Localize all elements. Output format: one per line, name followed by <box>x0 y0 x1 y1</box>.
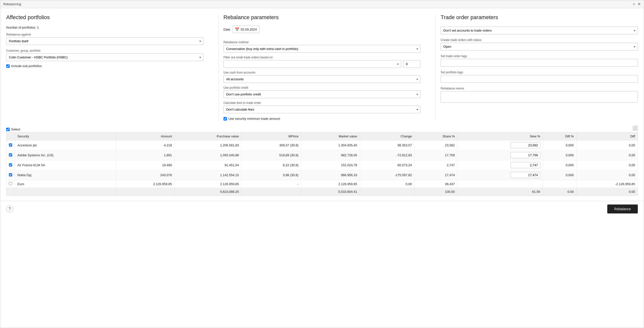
table-row: Air France-KLM SA 18.490 91.451,54 8,22 … <box>6 160 638 170</box>
row-change-0: 98.353,57 <box>360 140 414 150</box>
customer-group-label: Customer, group, portfolio <box>6 49 204 52</box>
row-checkbox-cell[interactable] <box>6 170 15 180</box>
row-checkbox-0[interactable] <box>9 143 12 147</box>
row-change-3: -175.597,82 <box>360 170 414 180</box>
row-security-0: Accenture plc <box>15 140 116 150</box>
row-checkbox-cell[interactable] <box>6 160 15 170</box>
row-amount-3: 243.076 <box>116 170 175 180</box>
row-diff-pct-0: 0,000 <box>543 140 576 150</box>
rebalance-button[interactable]: Rebalance <box>607 205 638 213</box>
table-header-bar: Select ⬜ <box>6 124 638 131</box>
select-all-label: Select <box>11 127 20 131</box>
close-button[interactable]: ✕ <box>638 2 641 7</box>
row-purchase-value-0: 1.206.581,83 <box>175 140 242 150</box>
date-field-row: Date 📅 02.09.2024 <box>224 26 421 33</box>
row-change-1: -72.812,83 <box>360 150 414 160</box>
row-checkbox-cell[interactable] <box>6 150 15 160</box>
row-market-value-3: 966.956,33 <box>301 170 360 180</box>
row-share-pct-0: 23,582 <box>414 140 458 150</box>
row-checkbox-cell[interactable] <box>6 140 15 150</box>
footer-amount-cell <box>116 188 175 196</box>
row-new-pct-cell-4[interactable] <box>458 180 543 188</box>
col-amount-header: Amount <box>116 132 175 140</box>
use-cash-wrapper: All accounts ▾ <box>224 75 421 83</box>
main-content: Affected portfolios Number of portfolios… <box>0 8 644 120</box>
row-amount-4: 2.126.959,85 <box>116 180 175 188</box>
row-checkbox-4[interactable] <box>9 182 12 185</box>
row-market-value-1: 982.728,05 <box>301 150 360 160</box>
col-mprice-header: MPrice <box>242 132 301 140</box>
row-purchase-value-2: 91.451,54 <box>175 160 242 170</box>
window: Rebalancing + ✕ Affected portfolios Numb… <box>0 0 644 328</box>
use-security-minimum-checkbox[interactable] <box>224 117 227 120</box>
filter-select[interactable] <box>224 60 402 68</box>
footer-security-cell <box>15 188 116 196</box>
window-title: Rebalancing <box>3 2 21 6</box>
row-new-pct-cell-2[interactable] <box>458 160 543 170</box>
use-cash-select[interactable]: All accounts <box>224 75 421 83</box>
rebalance-method-select[interactable]: Conservative (buy only with extra cash i… <box>224 45 421 53</box>
affected-portfolios-title: Affected portfolios <box>6 14 204 21</box>
create-trade-orders-label: Create trade orders with status <box>440 38 638 42</box>
row-new-pct-cell-3[interactable] <box>458 170 543 180</box>
row-market-value-4: 2.126.959,85 <box>301 180 360 188</box>
include-sub-portfolios-row: Include sub-portfolios <box>6 64 204 68</box>
help-button[interactable]: ? <box>6 206 13 213</box>
row-amount-2: 18.490 <box>116 160 175 170</box>
row-new-pct-cell-0[interactable] <box>458 140 543 150</box>
set-trade-tags-label: Set trade order tags <box>440 54 638 58</box>
set-trade-tags-input[interactable] <box>440 59 638 67</box>
row-new-pct-input-2[interactable] <box>510 162 540 168</box>
footer-change-cell <box>360 188 414 196</box>
col-security-header: Security <box>15 132 116 140</box>
use-portfolio-credit-select[interactable]: Don't use portfolio credit <box>224 90 421 98</box>
rebalance-against-wrapper: Portfolio itself ▾ <box>6 37 204 45</box>
row-security-4: Euro <box>15 180 116 188</box>
customer-group-select[interactable]: Colin Customer - HSBC Portfolio (HSBC) <box>6 53 204 61</box>
rebalance-memo-textarea[interactable] <box>440 91 638 103</box>
include-sub-portfolios-checkbox[interactable] <box>6 64 10 68</box>
row-new-pct-cell-1[interactable] <box>458 150 543 160</box>
row-new-pct-input-3[interactable] <box>510 172 540 178</box>
filter-row: ▾ <box>224 60 421 68</box>
row-checkbox-2[interactable] <box>9 163 12 167</box>
filter-number-input[interactable] <box>403 60 420 68</box>
row-diff-pct-2: 0,000 <box>543 160 576 170</box>
col-share-pct-header: Share % <box>414 132 458 140</box>
footer-purchase-value-cell: 5,623,088.25 <box>175 188 242 196</box>
row-new-pct-input-0[interactable] <box>510 142 540 148</box>
use-cash-label: Use cash from accounts <box>224 71 421 74</box>
col-check-header <box>6 132 15 140</box>
customer-group-wrapper: Colin Customer - HSBC Portfolio (HSBC) ▾ <box>6 53 204 61</box>
row-purchase-value-4: 2.126.959,85 <box>175 180 242 188</box>
add-button[interactable]: + <box>633 2 635 7</box>
col-diff-pct-header: Diff % <box>543 132 576 140</box>
footer-diff-cell: 0.00 <box>576 188 638 196</box>
table-section: Select ⬜ Security Amount Purchase value … <box>0 124 644 196</box>
row-diff-2: 0,00 <box>576 160 638 170</box>
row-new-pct-input-1[interactable] <box>510 152 540 158</box>
trade-order-parameters-section: Trade order parameters Don't set account… <box>440 14 638 120</box>
number-of-portfolios: Number of portfolios: 1 <box>6 26 204 29</box>
use-portfolio-credit-wrapper: Don't use portfolio credit ▾ <box>224 90 421 98</box>
footer-market-value-cell: 5,533,604.41 <box>301 188 360 196</box>
row-checkbox-3[interactable] <box>9 173 12 177</box>
calculate-fees-select[interactable]: Don't calculate fees <box>224 106 421 113</box>
rebalance-against-select[interactable]: Portfolio itself <box>6 37 204 45</box>
row-mprice-4: - <box>242 180 301 188</box>
dont-set-accounts-select[interactable]: Don't set accounts to trade orders <box>440 27 638 34</box>
title-bar-actions: + ✕ <box>633 2 641 7</box>
date-input[interactable]: 📅 02.09.2024 <box>232 26 260 33</box>
row-purchase-value-1: 1.055.540,88 <box>175 150 242 160</box>
row-checkbox-cell[interactable] <box>6 180 15 188</box>
create-trade-orders-select[interactable]: Open <box>440 43 638 50</box>
table-row: Nokia Oyj 243.076 1.142.554,15 3,98 (30.… <box>6 170 638 180</box>
row-checkbox-1[interactable] <box>9 153 12 156</box>
set-portfolio-tags-input[interactable] <box>440 75 638 83</box>
bottom-bar: ? Rebalance <box>0 201 644 217</box>
row-change-4: 0,00 <box>360 180 414 188</box>
select-all-checkbox[interactable] <box>6 128 10 131</box>
export-icon[interactable]: ⬜ <box>632 125 638 131</box>
footer-diff-pct-cell: 0.00 <box>543 188 576 196</box>
use-security-minimum-row: Use security minimum trade amount <box>224 117 421 120</box>
